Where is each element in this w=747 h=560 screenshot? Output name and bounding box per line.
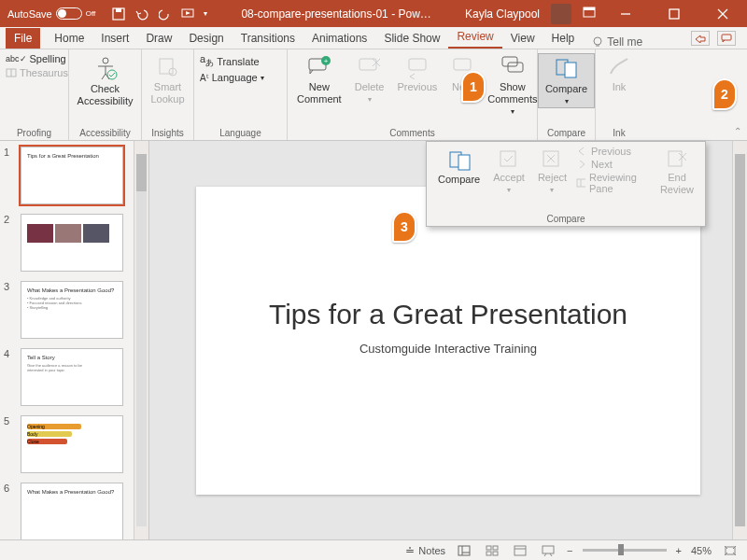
group-insights-label: Insights: [148, 126, 188, 138]
svg-point-14: [103, 58, 108, 63]
svg-rect-6: [669, 9, 679, 19]
smart-lookup-button: Smart Lookup: [147, 53, 188, 107]
group-accessibility-label: Accessibility: [75, 126, 135, 138]
sorter-view-icon[interactable]: [483, 545, 501, 556]
slide-thumb-5[interactable]: 5OpeningBodyClose: [4, 415, 130, 473]
tab-view[interactable]: View: [502, 28, 543, 49]
svg-rect-50: [543, 546, 554, 553]
compare-popup-next: Next: [576, 159, 651, 170]
minimize-button[interactable]: [607, 8, 644, 20]
svg-point-9: [594, 37, 601, 45]
ribbon: abc✓Spelling Thesaurus Proofing Check Ac…: [0, 49, 747, 141]
svg-rect-26: [502, 57, 517, 66]
svg-rect-44: [486, 546, 491, 550]
spelling-button[interactable]: abc✓Spelling: [6, 53, 68, 64]
save-icon[interactable]: [112, 7, 125, 21]
group-ink-label: Ink: [601, 126, 637, 138]
zoom-out-button[interactable]: −: [567, 545, 572, 556]
slide-thumb-1[interactable]: 1Tips for a Great Presentation: [4, 147, 130, 204]
status-bar: ≐Notes − + 45%: [0, 539, 747, 560]
tab-animations[interactable]: Animations: [303, 28, 375, 49]
share-button[interactable]: [691, 31, 710, 46]
slide-title: Tips for a Great Presentation: [196, 299, 700, 330]
translate-button[interactable]: aあTranslate: [200, 53, 264, 69]
tab-insert[interactable]: Insert: [92, 28, 137, 49]
svg-rect-32: [500, 151, 515, 166]
group-proofing-label: Proofing: [6, 126, 63, 138]
ribbon-display-icon[interactable]: [583, 7, 596, 21]
group-compare-label: Compare: [543, 126, 589, 138]
close-button[interactable]: [704, 8, 741, 20]
comments-icon: [500, 55, 525, 79]
tab-transitions[interactable]: Transitions: [233, 28, 303, 49]
callout-1: 1: [461, 71, 486, 103]
zoom-in-button[interactable]: +: [676, 545, 682, 556]
ribbon-tabs: File Home Insert Draw Design Transitions…: [0, 27, 747, 49]
reading-view-icon[interactable]: [511, 545, 529, 556]
compare-popup-accept: Accept▾: [489, 146, 529, 197]
delete-comment-button: Delete▾: [351, 53, 388, 106]
svg-rect-16: [160, 59, 173, 74]
collapse-ribbon-icon[interactable]: ⌃: [734, 126, 741, 136]
tab-file[interactable]: File: [6, 28, 40, 49]
svg-rect-27: [508, 63, 523, 72]
fit-window-icon[interactable]: [721, 545, 740, 556]
editor-scrollbar[interactable]: [732, 141, 747, 539]
zoom-slider[interactable]: [583, 549, 667, 552]
thumb-scrollbar[interactable]: [134, 141, 148, 539]
undo-icon[interactable]: [134, 7, 149, 21]
show-comments-button[interactable]: Show Comments▾: [484, 53, 541, 119]
slide-canvas[interactable]: Tips for a Great Presentation Customguid…: [196, 187, 700, 495]
slide-thumb-4[interactable]: 4Tell a StoryGive the audience a reason …: [4, 348, 130, 406]
window-title: 08-compare-presentations-01 - Pow…: [207, 7, 465, 21]
tab-home[interactable]: Home: [46, 28, 92, 49]
svg-rect-29: [565, 63, 576, 77]
book-icon: [6, 68, 17, 77]
svg-rect-41: [458, 546, 470, 555]
svg-rect-4: [584, 7, 595, 10]
thesaurus-button: Thesaurus: [6, 67, 68, 78]
slideshow-view-icon[interactable]: [539, 545, 557, 556]
delete-comment-icon: [358, 55, 382, 79]
comments-button[interactable]: [717, 31, 736, 46]
tab-draw[interactable]: Draw: [137, 28, 180, 49]
compare-popup-end-review: End Review: [656, 146, 698, 198]
language-button[interactable]: AᵗLanguage▾: [200, 72, 264, 83]
work-area: 1Tips for a Great Presentation 2 3What M…: [0, 141, 747, 539]
redo-icon[interactable]: [159, 7, 172, 21]
notes-button[interactable]: ≐Notes: [405, 544, 445, 557]
svg-rect-48: [514, 546, 526, 555]
previous-comment-button: Previous: [393, 53, 441, 95]
new-comment-icon: +: [307, 55, 331, 79]
tell-me[interactable]: Tell me: [592, 35, 642, 49]
user-name: Kayla Claypool: [465, 7, 540, 21]
svg-rect-11: [722, 35, 731, 40]
slide-thumbnail-panel: 1Tips for a Great Presentation 2 3What M…: [0, 141, 149, 539]
lightbulb-icon: [592, 36, 603, 48]
group-comments-label: Comments: [293, 126, 531, 138]
new-comment-button[interactable]: +New Comment: [293, 53, 345, 107]
slide-thumb-3[interactable]: 3What Makes a Presentation Good?• Knowle…: [4, 281, 130, 339]
svg-rect-31: [458, 155, 470, 170]
slide-thumb-6[interactable]: 6What Makes a Presentation Good?: [4, 483, 130, 539]
group-language-label: Language: [200, 126, 281, 138]
slide-thumb-2[interactable]: 2: [4, 214, 130, 272]
start-slideshow-icon[interactable]: [181, 7, 194, 21]
svg-text:+: +: [324, 57, 329, 65]
tab-slideshow[interactable]: Slide Show: [375, 28, 448, 49]
accessibility-icon: [92, 55, 119, 81]
normal-view-icon[interactable]: [455, 545, 473, 556]
compare-dropdown: Compare Accept▾ Reject▾ Previous Next Re…: [426, 141, 706, 227]
compare-button[interactable]: Compare▾: [538, 53, 595, 108]
compare-popup-compare[interactable]: Compare: [434, 146, 484, 188]
tab-review[interactable]: Review: [448, 26, 501, 49]
user-avatar[interactable]: [551, 4, 571, 24]
tab-design[interactable]: Design: [180, 28, 232, 49]
svg-rect-1: [116, 8, 121, 12]
autosave-toggle[interactable]: AutoSave Off: [7, 7, 95, 20]
check-accessibility-button[interactable]: Check Accessibility: [74, 53, 137, 109]
maximize-button[interactable]: [655, 8, 693, 20]
ink-button: Ink: [603, 53, 635, 95]
zoom-level[interactable]: 45%: [691, 545, 712, 556]
tab-help[interactable]: Help: [543, 28, 584, 49]
